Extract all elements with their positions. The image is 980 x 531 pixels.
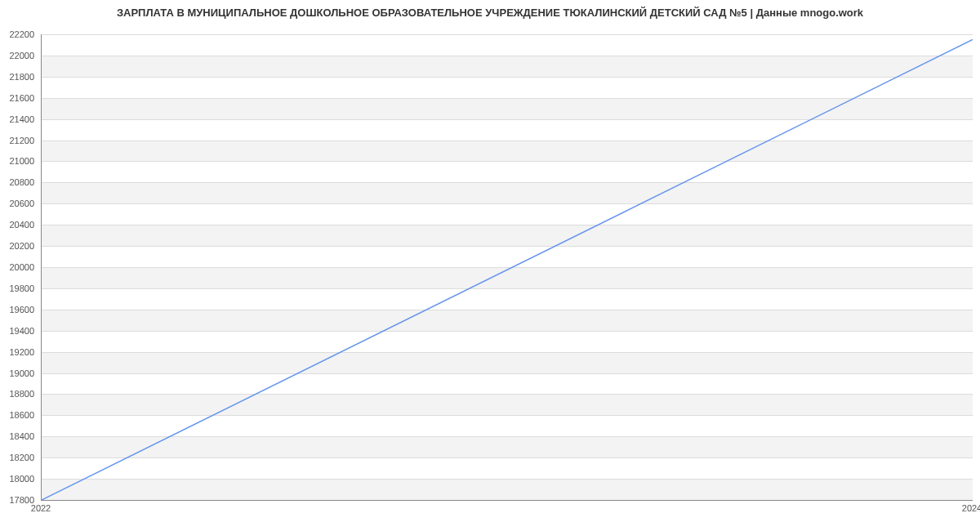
- y-tick-label: 19200: [9, 347, 34, 357]
- y-tick-label: 20400: [9, 220, 34, 230]
- y-tick-label: 19400: [9, 326, 34, 336]
- y-tick-label: 22000: [9, 51, 34, 60]
- y-tick-label: 19800: [9, 283, 34, 293]
- y-tick-label: 21200: [9, 136, 34, 145]
- y-tick-label: 21400: [9, 114, 34, 124]
- salary-line-chart: ЗАРПЛАТА В МУНИЦИПАЛЬНОЕ ДОШКОЛЬНОЕ ОБРА…: [0, 0, 980, 531]
- y-tick-label: 20800: [9, 177, 34, 187]
- y-tick-label: 19000: [9, 368, 34, 378]
- x-tick-label: 2022: [31, 503, 51, 513]
- y-tick-label: 18000: [9, 474, 34, 484]
- y-tick-label: 19600: [9, 305, 34, 315]
- y-tick-label: 21000: [9, 156, 34, 166]
- y-gridline: [42, 500, 973, 501]
- y-tick-label: 21800: [9, 72, 34, 82]
- y-tick-label: 18400: [9, 431, 34, 441]
- line-layer: [42, 34, 973, 500]
- x-axis-labels: 20222024: [41, 503, 972, 520]
- y-tick-label: 22200: [9, 29, 34, 39]
- y-tick-label: 21600: [9, 93, 34, 103]
- y-tick-label: 20600: [9, 199, 34, 208]
- chart-title: ЗАРПЛАТА В МУНИЦИПАЛЬНОЕ ДОШКОЛЬНОЕ ОБРА…: [0, 7, 980, 19]
- y-tick-label: 20000: [9, 262, 34, 272]
- plot-area: [41, 34, 973, 501]
- x-tick-label: 2024: [962, 503, 980, 513]
- y-axis-labels: 1780018000182001840018600188001900019200…: [0, 34, 38, 500]
- y-tick-label: 18800: [9, 389, 34, 399]
- y-tick-label: 20200: [9, 241, 34, 251]
- y-tick-label: 18600: [9, 410, 34, 420]
- series-salary-line: [42, 39, 973, 500]
- y-tick-label: 18200: [9, 453, 34, 462]
